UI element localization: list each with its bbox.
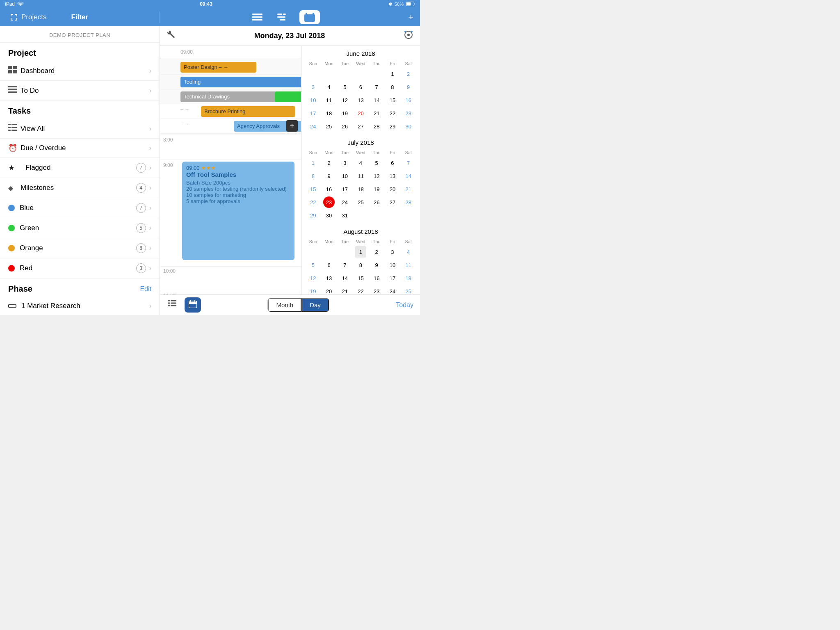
july-d23-today[interactable]: 23 [323,196,335,208]
aug-d20[interactable]: 20 [323,285,335,294]
june-d0c[interactable] [339,68,351,80]
june-d7[interactable]: 7 [371,81,382,93]
june-d22[interactable]: 22 [387,107,398,119]
aug-d6[interactable]: 6 [323,259,335,271]
gantt-view-icon[interactable] [274,12,291,23]
june-d15[interactable]: 15 [387,94,398,106]
aug-d15[interactable]: 15 [355,272,366,284]
sidebar-item-due[interactable]: ⏰ Due / Overdue › [0,139,160,158]
sidebar-item-todo[interactable]: To Do › [0,81,160,100]
june-d8[interactable]: 8 [387,81,398,93]
june-d9[interactable]: 9 [403,81,414,93]
july-d10[interactable]: 10 [339,170,351,182]
july-d26[interactable]: 26 [371,196,382,208]
june-d11[interactable]: 11 [323,94,335,106]
aug-d7[interactable]: 7 [339,259,351,271]
july-d4[interactable]: 4 [355,157,366,169]
june-d13[interactable]: 13 [355,94,366,106]
june-d14[interactable]: 14 [371,94,382,106]
june-d5[interactable]: 5 [339,81,351,93]
sidebar-item-green[interactable]: Green 5 › [0,218,160,238]
july-d7[interactable]: 7 [403,157,414,169]
june-d12[interactable]: 12 [339,94,351,106]
july-d13[interactable]: 13 [387,170,398,182]
aug-d12[interactable]: 12 [307,272,319,284]
july-d31[interactable]: 31 [339,210,351,221]
aug-d23[interactable]: 23 [371,285,382,294]
aug-d21[interactable]: 21 [339,285,351,294]
july-d24[interactable]: 24 [339,196,351,208]
june-d30[interactable]: 30 [403,121,414,132]
aug-d1[interactable]: 1 [355,246,366,258]
june-d18[interactable]: 18 [323,107,335,119]
phase-item-market-research[interactable]: 1 Market Research › [0,297,160,315]
july-d19[interactable]: 19 [371,183,382,195]
sidebar-item-milestones[interactable]: ◆ Milestones 4 › [0,178,160,198]
aug-d25[interactable]: 25 [403,285,414,294]
phase-edit-button[interactable]: Edit [140,285,151,293]
july-d16[interactable]: 16 [323,183,335,195]
june-d3[interactable]: 3 [307,81,319,93]
july-d25[interactable]: 25 [355,196,366,208]
july-d18[interactable]: 18 [355,183,366,195]
filter-button[interactable]: Filter [71,13,88,21]
aug-d5[interactable]: 5 [307,259,319,271]
june-d29[interactable]: 29 [387,121,398,132]
gantt-bar-poster[interactable]: Poster Design – → [180,62,256,73]
july-d6[interactable]: 6 [387,157,398,169]
july-d21[interactable]: 21 [403,183,414,195]
today-button[interactable]: Today [396,301,413,309]
gantt-bar-tooling[interactable]: Tooling [180,77,301,87]
july-d3[interactable]: 3 [339,157,351,169]
june-d2[interactable]: 2 [403,68,414,80]
day-toggle-button[interactable]: Day [301,298,329,312]
add-button[interactable]: + [408,12,420,23]
july-d11[interactable]: 11 [355,170,366,182]
aug-d24[interactable]: 24 [387,285,398,294]
aug-d4[interactable]: 4 [403,246,414,258]
aug-d16[interactable]: 16 [371,272,382,284]
july-d28[interactable]: 28 [403,196,414,208]
july-d27[interactable]: 27 [387,196,398,208]
july-d22[interactable]: 22 [307,196,319,208]
list-icon-bottom[interactable] [167,297,178,313]
gantt-bar-brochure[interactable]: Brochure Printing [201,106,295,117]
aug-d9[interactable]: 9 [371,259,382,271]
sidebar-item-dashboard[interactable]: Dashboard › [0,61,160,81]
july-d14[interactable]: 14 [403,170,414,182]
june-d1[interactable]: 1 [387,68,398,80]
aug-d22[interactable]: 22 [355,285,366,294]
sidebar-item-blue[interactable]: Blue 7 › [0,198,160,218]
june-d0b[interactable] [323,68,335,80]
settings-icon[interactable] [404,30,413,42]
aug-d8[interactable]: 8 [355,259,366,271]
june-d19[interactable]: 19 [339,107,351,119]
july-d8[interactable]: 8 [307,170,319,182]
wrench-icon[interactable] [167,30,176,42]
june-d23[interactable]: 23 [403,107,414,119]
june-d27[interactable]: 27 [355,121,366,132]
june-d0d[interactable] [355,68,366,80]
june-d0[interactable] [307,68,319,80]
aug-d19[interactable]: 19 [307,285,319,294]
list-view-icon[interactable] [249,12,266,23]
aug-d10[interactable]: 10 [387,259,398,271]
aug-d2[interactable]: 2 [371,246,382,258]
june-d4[interactable]: 4 [323,81,335,93]
july-d1[interactable]: 1 [307,157,319,169]
june-d17[interactable]: 17 [307,107,319,119]
aug-d18[interactable]: 18 [403,272,414,284]
june-d28[interactable]: 28 [371,121,382,132]
aug-d14[interactable]: 14 [339,272,351,284]
june-d6[interactable]: 6 [355,81,366,93]
sidebar-item-red[interactable]: Red 3 › [0,258,160,278]
july-d2[interactable]: 2 [323,157,335,169]
sidebar-item-flagged[interactable]: ★ Flagged 7 › [0,158,160,178]
calendar-view-icon[interactable] [299,10,320,24]
july-d30[interactable]: 30 [323,210,335,221]
june-d24[interactable]: 24 [307,121,319,132]
july-d20[interactable]: 20 [387,183,398,195]
july-d29[interactable]: 29 [307,210,319,221]
july-d12[interactable]: 12 [371,170,382,182]
gantt-add-button[interactable]: + [286,120,298,132]
